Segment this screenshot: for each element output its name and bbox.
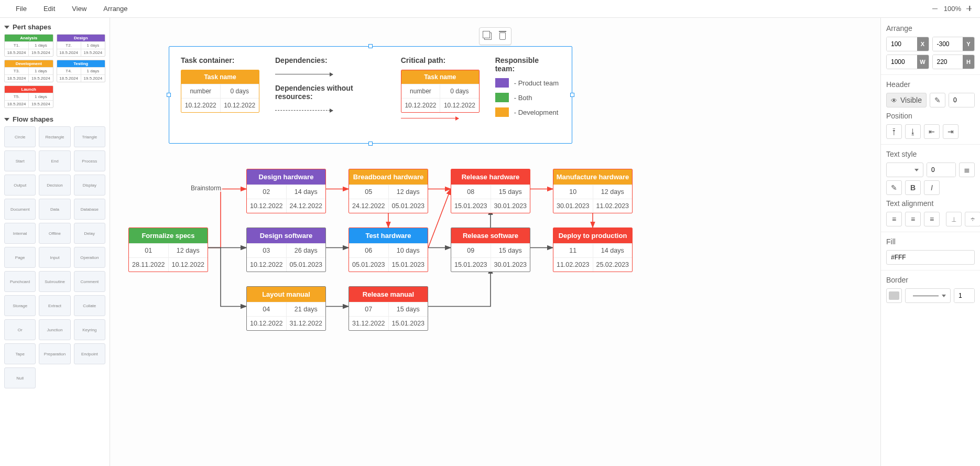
- flow-shape-item[interactable]: Document: [4, 199, 36, 220]
- task-card-testhw[interactable]: Test hardware0610 days05.01.202315.01.20…: [349, 227, 428, 272]
- border-color-button[interactable]: [886, 288, 902, 303]
- task-title: Test hardware: [349, 228, 428, 243]
- flow-shape-item[interactable]: Output: [4, 175, 36, 196]
- task-card-dsw[interactable]: Design software0326 days10.12.202205.01.…: [246, 227, 326, 272]
- flow-shape-item[interactable]: Display: [74, 175, 105, 196]
- flow-shape-item[interactable]: Or: [4, 319, 36, 340]
- valign-bottom[interactable]: ⟂: [946, 212, 962, 226]
- w-field[interactable]: W: [886, 55, 929, 69]
- red-arrow-icon: [401, 118, 459, 118]
- flow-shape-item[interactable]: Operation: [74, 247, 105, 268]
- flow-shape-item[interactable]: End: [39, 150, 70, 171]
- pert-shape-item[interactable]: AnalysisT1.1 days18.5.202419.5.2024: [4, 34, 53, 57]
- fill-field[interactable]: [886, 250, 975, 265]
- canvas[interactable]: Task container: Task name number0 days 1…: [110, 18, 880, 466]
- flow-shape-item[interactable]: Page: [4, 247, 36, 268]
- flow-shape-item[interactable]: Storage: [4, 295, 36, 316]
- color-swatch: [889, 291, 899, 300]
- menu-file[interactable]: File: [7, 2, 35, 16]
- task-card-relman[interactable]: Release manual0715 days31.12.202215.01.2…: [349, 286, 428, 331]
- flow-shape-item[interactable]: Circle: [4, 126, 36, 147]
- task-card-dhw[interactable]: Design hardware0214 days10.12.202224.12.…: [246, 169, 326, 213]
- align-right[interactable]: ≡: [924, 212, 940, 226]
- valign-middle[interactable]: ÷: [965, 212, 980, 226]
- task-card-deploy[interactable]: Deploy to production1114 days11.02.20232…: [553, 227, 633, 272]
- resize-handle[interactable]: [167, 93, 171, 97]
- flow-shape-item[interactable]: Decision: [39, 175, 70, 196]
- delete-button[interactable]: [496, 30, 509, 42]
- bold-button[interactable]: B: [905, 180, 921, 195]
- flow-shape-item[interactable]: Rectangle: [39, 126, 70, 147]
- flow-shape-item[interactable]: Extract: [39, 295, 70, 316]
- flow-shape-item[interactable]: Collate: [74, 295, 105, 316]
- flow-shape-item[interactable]: Data: [39, 199, 70, 220]
- pos-right[interactable]: ⇥: [943, 124, 959, 139]
- task-card-bread[interactable]: Breadboard hardware0512 days24.12.202205…: [349, 169, 428, 213]
- menu-view[interactable]: View: [63, 2, 95, 16]
- italic-button[interactable]: I: [924, 180, 940, 195]
- pos-bottom[interactable]: ⭳: [905, 124, 921, 139]
- flow-shape-item[interactable]: Offline: [39, 223, 70, 244]
- flow-shape-item[interactable]: Process: [74, 150, 105, 171]
- flow-shape-item[interactable]: Punchcard: [4, 271, 36, 292]
- flow-shape-item[interactable]: Database: [74, 199, 105, 220]
- pert-shape-item[interactable]: LaunchT5.1 days18.5.202419.5.2024: [4, 85, 53, 108]
- x-field[interactable]: X: [886, 37, 929, 51]
- pos-top[interactable]: ⭱: [886, 124, 902, 139]
- menu-arrange[interactable]: Arrange: [95, 2, 136, 16]
- flow-shape-item[interactable]: Triangle: [74, 126, 105, 147]
- zoom-in-icon[interactable]: [966, 6, 973, 12]
- line-height-button[interactable]: ≣: [959, 162, 975, 177]
- pert-shape-item[interactable]: TestingT4.1 days18.5.202419.5.2024: [57, 60, 106, 82]
- task-card-mfg[interactable]: Manufacture hardware1012 days30.01.20231…: [553, 169, 633, 213]
- dashed-arrow-icon: [275, 110, 333, 111]
- align-left[interactable]: ≡: [886, 212, 902, 226]
- border-width-field[interactable]: [954, 288, 975, 303]
- flow-shape-item[interactable]: Internal: [4, 223, 36, 244]
- color-picker-button[interactable]: ✎: [930, 93, 945, 107]
- flow-shape-item[interactable]: Keyring: [74, 319, 105, 340]
- menu-edit[interactable]: Edit: [35, 2, 63, 16]
- flow-section-title[interactable]: Flow shapes: [4, 115, 105, 123]
- pert-shape-item[interactable]: DevelopmentT3.1 days18.5.202419.5.2024: [4, 60, 53, 82]
- flow-shape-item[interactable]: Tape: [4, 343, 36, 364]
- team-swatch-row: - Both: [495, 93, 560, 102]
- task-card-layout[interactable]: Layout manual0421 days10.12.202231.12.20…: [246, 286, 326, 331]
- font-select[interactable]: [886, 162, 923, 177]
- pert-shape-item[interactable]: DesignT2.1 days18.5.202419.5.2024: [57, 34, 106, 57]
- legend-task-sample: Task name number0 days 10.12.202210.12.2…: [181, 70, 259, 113]
- flow-shape-item[interactable]: Preparation: [39, 343, 70, 364]
- legend-container[interactable]: Task container: Task name number0 days 1…: [169, 46, 572, 144]
- flow-shape-item[interactable]: Null: [4, 367, 36, 388]
- copy-icon: [484, 32, 492, 40]
- flow-shape-item[interactable]: Comment: [74, 271, 105, 292]
- task-card-relsw[interactable]: Release software0915 days15.01.202330.01…: [451, 227, 530, 272]
- border-style-select[interactable]: [905, 288, 951, 303]
- task-card-relhw[interactable]: Release hardware0815 days15.01.202330.01…: [451, 169, 530, 213]
- flow-shape-item[interactable]: Input: [39, 247, 70, 268]
- task-title: Release software: [451, 228, 530, 243]
- visible-toggle[interactable]: Visible: [886, 93, 927, 107]
- flow-shape-item[interactable]: Delay: [74, 223, 105, 244]
- resize-handle[interactable]: [368, 44, 373, 48]
- pert-section-title[interactable]: Pert shapes: [4, 23, 105, 31]
- team-swatch-row: - Product team: [495, 78, 560, 88]
- pos-left[interactable]: ⇤: [924, 124, 940, 139]
- flow-shape-item[interactable]: Endpoint: [74, 343, 105, 364]
- text-color-button[interactable]: ✎: [886, 180, 902, 195]
- flow-shape-item[interactable]: Subroutine: [39, 271, 70, 292]
- header-value-field[interactable]: H: [949, 93, 975, 107]
- resize-handle[interactable]: [570, 93, 574, 97]
- flow-shape-item[interactable]: Start: [4, 150, 36, 171]
- task-card-formalize[interactable]: Formalize specs0112 days28.11.202210.12.…: [128, 227, 208, 272]
- zoom-out-icon[interactable]: [932, 6, 939, 12]
- copy-button[interactable]: [482, 30, 494, 42]
- h-field[interactable]: H: [932, 55, 975, 69]
- y-field[interactable]: Y: [932, 37, 975, 51]
- section-label: Arrange: [886, 24, 975, 32]
- resize-handle[interactable]: [368, 142, 373, 146]
- legend-label: Task container:: [181, 56, 259, 64]
- font-size-field[interactable]: [927, 162, 956, 177]
- flow-shape-item[interactable]: Junction: [39, 319, 70, 340]
- align-center[interactable]: ≡: [905, 212, 921, 226]
